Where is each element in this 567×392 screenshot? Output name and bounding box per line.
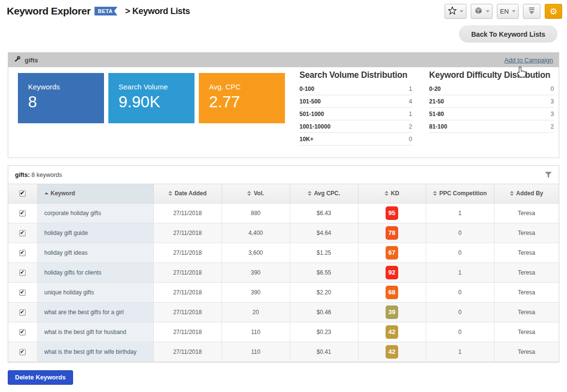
page: Keyword Explorer BETA > Keyword Lists EN [0,0,567,392]
keyword-cell: unique holiday gifts [37,282,153,302]
table-row[interactable]: what are the best gifts for a girl 27/11… [8,302,559,322]
star-icon [448,6,457,17]
language-dropdown-button[interactable]: EN [497,4,519,19]
distribution-label: 10K+ [299,136,313,143]
distribution-title: Keyword Difficulty Distribution [429,70,554,80]
distribution-row: 81-100 2 [429,120,554,133]
kd-cell: 78 [358,223,426,243]
modules-dropdown-button[interactable] [471,4,492,19]
sort-asc-icon [45,192,48,194]
search-volume-distribution: Search Volume Distribution 0-100 1 101-5… [299,70,412,145]
volume-cell: 20 [222,302,290,322]
distribution-row: 0-100 1 [299,83,412,95]
chevron-down-icon [460,10,463,13]
date-added-cell: 27/11/2018 [153,282,222,302]
table-caption-count: 8 keywords [30,172,62,178]
row-checkbox[interactable] [19,329,26,335]
table-row[interactable]: holiday gift ideas 27/11/2018 3,600 $1.2… [8,243,559,262]
row-checkbox[interactable] [19,349,26,355]
date-added-cell: 27/11/2018 [153,322,222,342]
keyword-cell: holiday gift ideas [37,243,153,262]
distribution-value: 0 [551,86,554,92]
distribution-row: 10K+ 0 [299,133,412,145]
date-added-cell: 27/11/2018 [153,262,222,282]
filter-icon[interactable] [545,172,552,178]
add-to-campaign-link[interactable]: Add to Campaign [505,57,553,64]
distribution-label: 1001-10000 [299,123,330,130]
keyword-table-body: corporate holiday gifts 27/11/2018 880 $… [8,203,559,362]
table-row[interactable]: holiday gifts for clients 27/11/2018 390… [8,262,559,282]
keyword-cell: what is the best gift for husband [37,322,153,342]
kd-cell: 39 [358,302,426,322]
date-added-cell: 27/11/2018 [153,243,222,262]
volume-cell: 110 [222,322,290,342]
column-header-keyword[interactable]: Keyword [37,184,153,203]
column-header-ppc-competition[interactable]: PPC Competition [426,184,494,203]
row-checkbox[interactable] [19,230,26,236]
column-header-date-added[interactable]: Date Added [153,184,222,203]
cube-icon [474,6,483,17]
keyword-cell: holiday gifts for clients [37,262,153,282]
table-header-row: Keyword Date Added Vol. Avg CPC. KD [8,184,559,203]
download-icon [527,6,536,17]
back-row: Back To Keyword Lists [0,19,567,43]
row-checkbox[interactable] [19,309,26,316]
kd-badge: 42 [386,345,398,359]
stat-card-avg-cpc: Avg. CPC 2.77 [199,73,285,123]
gear-icon: ⚙ [550,7,557,16]
column-header-added-by[interactable]: Added By [494,184,559,203]
kd-cell: 67 [358,243,426,262]
table-row[interactable]: what is the best gift for husband 27/11/… [8,322,559,342]
stat-card-value: 9.90K [119,93,194,111]
row-checkbox-cell [8,282,37,302]
avg-cpc-cell: $0.46 [290,302,358,322]
ppc-competition-cell: 0 [426,322,494,342]
select-all-header[interactable] [8,184,37,203]
column-header-kd[interactable]: KD [358,184,426,203]
row-checkbox[interactable] [19,290,26,296]
row-checkbox[interactable] [19,250,26,256]
distribution-row: 21-50 3 [429,95,554,108]
chevron-down-icon [486,10,490,13]
volume-cell: 110 [222,342,290,362]
kd-badge: 92 [386,266,398,279]
column-label: Keyword [51,190,75,197]
ppc-competition-cell: 0 [426,223,494,243]
summary-panel-body: Keywords 8 Search Volume 9.90K Avg. CPC … [8,67,559,158]
keyword-cell: what are the best gifts for a girl [37,302,153,322]
favorites-dropdown-button[interactable] [445,4,466,19]
sort-icon [433,191,437,196]
distribution-row: 1001-10000 2 [299,120,412,133]
download-button[interactable] [523,4,540,19]
column-header-avg-cpc[interactable]: Avg CPC. [290,184,358,203]
stat-card-label: Avg. CPC [209,83,285,91]
column-label: KD [391,190,399,197]
distribution-row: 0-20 0 [429,83,554,95]
sort-icon [247,191,251,196]
back-to-keyword-lists-button[interactable]: Back To Keyword Lists [459,26,557,43]
settings-button[interactable]: ⚙ [545,4,562,19]
table-row[interactable]: corporate holiday gifts 27/11/2018 880 $… [8,203,559,223]
top-header: Keyword Explorer BETA > Keyword Lists EN [0,0,567,19]
added-by-cell: Teresa [494,262,559,282]
keyword-difficulty-distribution: Keyword Difficulty Distribution 0-20 0 2… [429,70,554,133]
avg-cpc-cell: $6.55 [290,262,358,282]
stat-cards: Keywords 8 Search Volume 9.90K Avg. CPC … [18,73,285,123]
added-by-cell: Teresa [494,243,559,262]
table-row[interactable]: what is the best gift for wife birthday … [8,342,559,362]
select-all-checkbox[interactable] [19,190,26,197]
delete-keywords-button[interactable]: Delete Keywords [8,370,73,385]
kd-badge: 78 [386,226,398,240]
column-header-vol[interactable]: Vol. [222,184,290,203]
column-label: PPC Competition [439,190,487,197]
kd-badge: 67 [386,246,398,260]
row-checkbox[interactable] [19,270,26,276]
column-label: Date Added [175,190,207,197]
row-checkbox[interactable] [19,210,26,217]
kd-badge: 95 [386,206,398,220]
distribution-value: 3 [551,98,554,105]
table-row[interactable]: holiday gift guide 27/11/2018 4,400 $4.6… [8,223,559,243]
table-row[interactable]: unique holiday gifts 27/11/2018 390 $2.2… [8,282,559,302]
row-checkbox-cell [8,243,37,262]
volume-cell: 4,400 [222,223,290,243]
